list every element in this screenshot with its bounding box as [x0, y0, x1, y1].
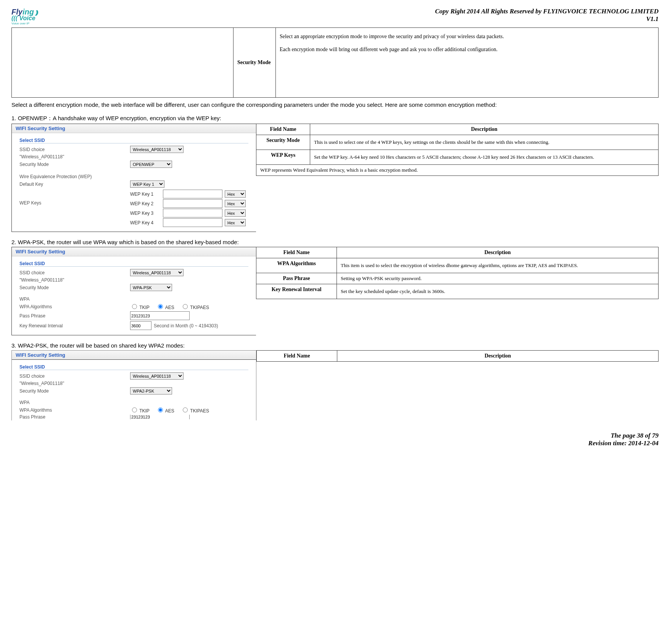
desc-footnote: WEP represents Wired Equivalent Privacy,… [256, 165, 659, 176]
wpa2-secmode-select[interactable]: WPA2-PSK [130, 387, 172, 394]
wpa-ssid-choice-label: SSID choice [19, 270, 130, 275]
wep-key-4-type[interactable]: Hex [225, 219, 246, 226]
wep-panel: WIFI Security Setting Select SSID SSID c… [11, 124, 256, 232]
wep-key-3-input[interactable] [163, 209, 222, 217]
wpa2-desc-hd: Description [337, 351, 659, 362]
wep-panel-title: WIFI Security Setting [12, 124, 256, 133]
ssid-quoted: "Wireless_AP001118" [19, 154, 130, 159]
default-key-select[interactable]: WEP Key 1 [130, 180, 164, 188]
wpa2-alg-tkipaes[interactable] [183, 407, 188, 412]
wpa2-secmode-label: Security Mode [19, 388, 130, 394]
wpa-desc-r3n: Key Renewal Interval [256, 284, 337, 299]
desc-r1-desc: This is used to select one of the 4 WEP … [310, 135, 659, 150]
desc-r2-desc: Set the WEP key. A-64 key need 10 Hex ch… [310, 150, 659, 165]
wep-key-3-label: WEP Key 3 [130, 211, 161, 216]
security-mode-label: Security Mode [237, 60, 271, 65]
wpa-alg-tkip[interactable] [132, 304, 137, 309]
desc-header-field: Field Name [256, 124, 310, 135]
wep-desc-table: Field Name Description Security Mode Thi… [256, 124, 659, 176]
wpa-secmode-label: Security Mode [19, 285, 130, 290]
wep-section-label: Wire Equivalence Protection (WEP) [19, 174, 130, 179]
wpa-interval-suffix: Second in Month (0 ~ 4194303) [154, 323, 218, 328]
select-ssid-section: Select SSID [19, 138, 248, 143]
wep-key-2-type[interactable]: Hex [225, 200, 246, 207]
wpa-secmode-select[interactable]: WPA-PSK [130, 284, 172, 291]
wep-key-3-type[interactable]: Hex [225, 209, 246, 217]
wep-key-4-input[interactable] [163, 218, 222, 227]
wep-key-1-label: WEP Key 1 [130, 192, 161, 197]
wpa2-ssid-quoted: "Wireless_AP001118" [19, 381, 130, 386]
wpa-desc-r2n: Pass Phrase [256, 273, 337, 284]
security-mode-row-label: Security Mode [19, 162, 130, 167]
wep-key-1-type[interactable]: Hex [225, 190, 246, 198]
wpa2-desc-hf: Field Name [257, 351, 337, 362]
desc-r1-name: Security Mode [256, 135, 310, 150]
wpa-interval-input[interactable] [130, 321, 151, 330]
page-header: Flying))) ((( Voice Voice over IP Copy R… [11, 8, 659, 25]
wpa-pass-input[interactable] [130, 311, 190, 320]
wpa-desc-hf: Field Name [256, 247, 337, 258]
wpa-select-ssid: Select SSID [19, 261, 248, 267]
wep-key-2-input[interactable] [163, 199, 222, 208]
wpa2-ssid-select[interactable]: Wireless_AP001118 [130, 372, 184, 380]
wpa2-ssid-choice-label: SSID choice [19, 374, 130, 379]
wpa-desc-r2d: Setting up WPA-PSK security password. [337, 273, 659, 284]
top-label-cell: Security Mode [234, 28, 276, 98]
wpa-pass-label: Pass Phrase [19, 313, 130, 319]
wpa-section-label: WPA [19, 296, 130, 302]
section1-row: WIFI Security Setting Select SSID SSID c… [11, 124, 659, 232]
wpa-panel: WIFI Security Setting Select SSID SSID c… [11, 247, 256, 335]
wpa-ssid-select[interactable]: Wireless_AP001118 [130, 269, 184, 276]
top-desc-cell: Select an appropriate encryption mode to… [276, 28, 659, 98]
wpa-ssid-quoted: "Wireless_AP001118" [19, 277, 130, 283]
wep-key-1-input[interactable] [163, 190, 222, 198]
desc-header-desc: Description [310, 124, 659, 135]
wpa2-desc-table: Field Name Description [256, 350, 659, 362]
wpa-alg-tkipaes[interactable] [183, 304, 188, 309]
wep-key-4-label: WEP Key 4 [130, 220, 161, 225]
wpa-alg-label: WPA Algorithms [19, 304, 130, 309]
section2-row: WIFI Security Setting Select SSID SSID c… [11, 247, 659, 335]
section1-heading: 1. OPENWEP：A handshake way of WEP encryp… [11, 115, 659, 122]
wpa-desc-hd: Description [337, 247, 659, 258]
top-empty-cell [12, 28, 234, 98]
footer-page: The page 38 of 79 [11, 432, 659, 440]
page-footer: The page 38 of 79 Revision time: 2014-12… [11, 432, 659, 447]
wpa2-select-ssid: Select SSID [19, 364, 248, 370]
wpa2-pass-input[interactable] [130, 415, 190, 419]
section2-heading: 2. WPA-PSK, the router will use WPA way … [11, 239, 659, 245]
wpa-panel-title: WIFI Security Setting [12, 247, 256, 256]
wpa2-panel-title: WIFI Security Setting [12, 351, 256, 360]
wpa-desc-table: Field Name Description WPA Algorithms Th… [256, 247, 659, 299]
wpa-desc-r3d: Set the key scheduled update cycle, defa… [337, 284, 659, 299]
security-mode-select[interactable]: OPENWEP [130, 161, 172, 168]
ssid-choice-select[interactable]: Wireless_AP001118 [130, 146, 184, 153]
wep-key-2-label: WEP Key 2 [130, 201, 161, 206]
top-table: Security Mode Select an appropriate encr… [11, 27, 659, 98]
intro-text: Select a different encryption mode, the … [11, 101, 659, 108]
security-mode-desc: Select an appropriate encryption mode to… [280, 34, 504, 52]
wpa-alg-radios: TKIP AES TKIPAES [130, 303, 214, 310]
section3-row: WIFI Security Setting Select SSID SSID c… [11, 350, 659, 420]
wpa2-alg-tkip[interactable] [132, 407, 137, 412]
wpa2-section-label: WPA [19, 400, 130, 405]
section3-heading: 3. WPA2-PSK, the router will be based on… [11, 342, 659, 349]
wpa2-alg-radios: TKIP AES TKIPAES [130, 406, 214, 414]
ssid-choice-label: SSID choice [19, 147, 130, 152]
wpa-desc-r1n: WPA Algorithms [256, 258, 337, 273]
footer-rev: Revision time: 2014-12-04 [11, 440, 659, 447]
wpa-interval-label: Key Renewal Interval [19, 323, 130, 328]
desc-r2-name: WEP Keys [256, 150, 310, 165]
version-text: V1.1 [435, 15, 659, 23]
default-key-label: Default Key [19, 182, 130, 187]
wpa2-pass-label: Pass Phrase [19, 415, 130, 419]
wep-keys-group-label: WEP Keys [19, 189, 130, 206]
copyright-text: Copy Right 2014 All Rights Reserved by F… [435, 8, 659, 15]
wpa2-alg-label: WPA Algorithms [19, 407, 130, 413]
copyright-block: Copy Right 2014 All Rights Reserved by F… [435, 8, 659, 23]
wpa-alg-aes[interactable] [158, 304, 163, 309]
wpa2-panel: WIFI Security Setting Select SSID SSID c… [11, 350, 256, 420]
wpa2-alg-aes[interactable] [158, 407, 163, 412]
wpa-desc-r1d: This item is used to select the encrypti… [337, 258, 659, 273]
logo: Flying))) ((( Voice Voice over IP [11, 8, 36, 25]
